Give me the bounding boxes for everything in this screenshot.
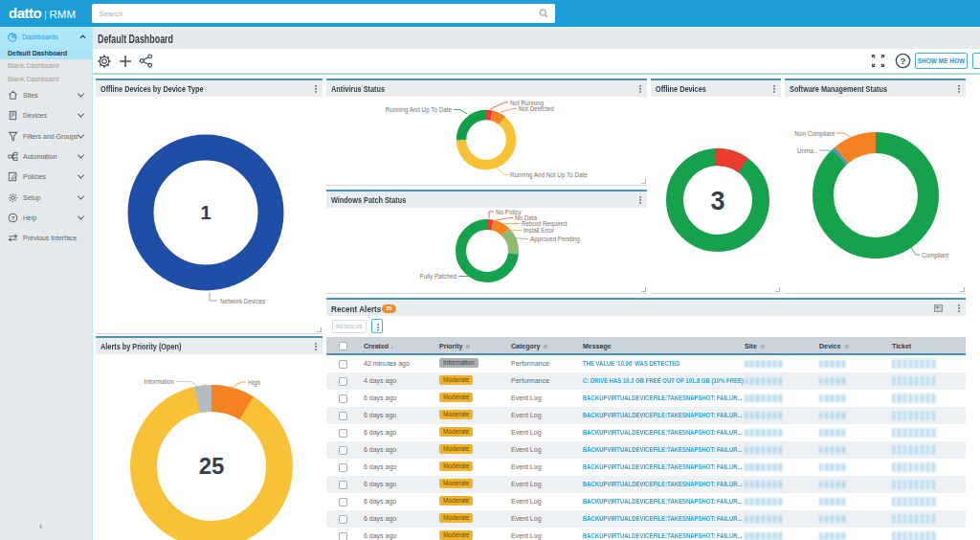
svg-text:Network Devices: Network Devices [220, 298, 265, 304]
svg-text:Running And Not Up To Date: Running And Not Up To Date [510, 171, 588, 179]
svg-text:Information: Information [145, 378, 175, 385]
svg-text:3: 3 [710, 187, 724, 215]
svg-text:Unma...: Unma... [797, 147, 818, 154]
svg-text:1: 1 [200, 202, 211, 223]
svg-text:25: 25 [199, 453, 225, 479]
svg-text:Running And Up To Date: Running And Up To Date [386, 106, 453, 114]
svg-text:Not Detected: Not Detected [519, 105, 554, 112]
svg-text:?: ? [901, 56, 906, 66]
svg-text:Non Compliant: Non Compliant [794, 130, 835, 138]
svg-text:Install Error: Install Error [523, 227, 554, 234]
svg-text:High: High [248, 379, 260, 387]
svg-text:?: ? [11, 215, 15, 221]
svg-text:Fully Patched: Fully Patched [420, 273, 457, 281]
svg-text:Compliant: Compliant [922, 252, 949, 259]
svg-text:Approved Pending: Approved Pending [530, 236, 580, 243]
